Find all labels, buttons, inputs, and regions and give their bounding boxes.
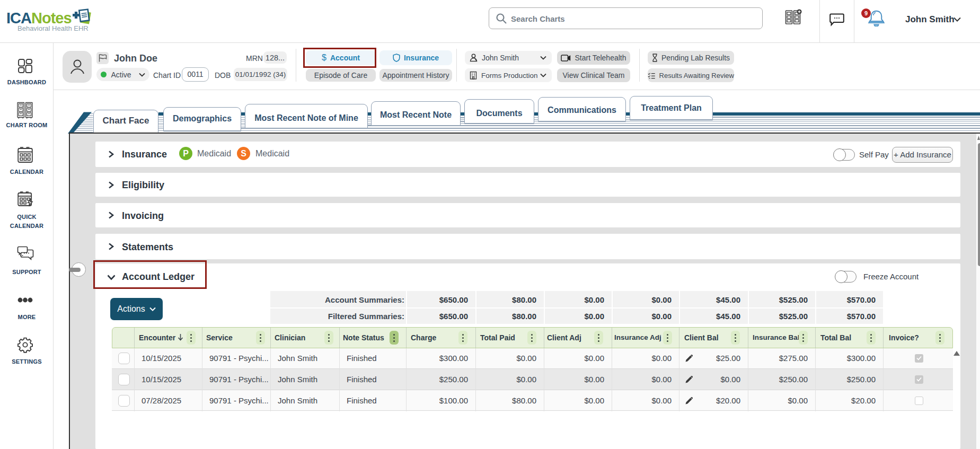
svg-text:Behavioral Health EHR: Behavioral Health EHR bbox=[17, 24, 89, 32]
